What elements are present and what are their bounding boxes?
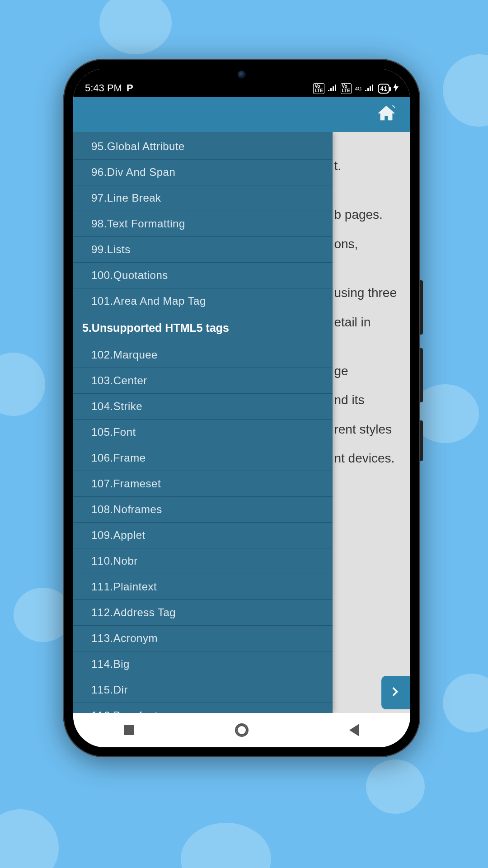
system-nav-bar	[73, 713, 410, 747]
circle-icon	[235, 723, 249, 737]
nav-item[interactable]: 107.Frameset	[73, 471, 333, 497]
article-line: rent styles	[334, 418, 397, 441]
triangle-left-icon	[349, 724, 359, 736]
nav-section-header-label: 5.Unsupported HTML5 tags	[82, 321, 229, 334]
nav-item[interactable]: 103.Center	[73, 368, 333, 394]
nav-item-label: 104.Strike	[91, 400, 142, 412]
bg-bubble	[443, 54, 488, 127]
nav-item-label: 103.Center	[91, 374, 147, 387]
volume-button	[420, 280, 423, 335]
volume-button	[420, 348, 423, 402]
article-line: etail in	[334, 311, 397, 334]
battery-icon: 41	[378, 84, 389, 94]
chevron-right-icon	[389, 685, 403, 700]
nav-item[interactable]: 116.Basefont	[73, 703, 333, 713]
article-line: nd its	[334, 389, 397, 411]
nav-item[interactable]: 97.Line Break	[73, 185, 333, 211]
article-line: b pages.	[334, 203, 397, 226]
nav-item-label: 98.Text Formatting	[91, 217, 185, 230]
bg-bubble	[0, 353, 45, 416]
nav-item-label: 111.Plaintext	[91, 580, 157, 593]
status-time: 5:43 PM	[85, 82, 122, 94]
nav-item-label: 116.Basefont	[91, 709, 158, 713]
nav-item-label: 110.Nobr	[91, 555, 138, 567]
signal-icon	[328, 84, 337, 93]
nav-item-label: 112.Address Tag	[91, 606, 176, 618]
nav-item[interactable]: 99.Lists	[73, 237, 333, 263]
app-bar	[73, 97, 410, 132]
article-background: t. b pages. ons, using three etail in ge…	[334, 155, 397, 476]
signal-icon	[365, 84, 374, 93]
phone-frame: 5:43 PM P VoLTE VoLTE 4G 41	[63, 59, 420, 757]
back-button[interactable]	[346, 722, 362, 738]
screen: 5:43 PM P VoLTE VoLTE 4G 41	[73, 69, 410, 747]
nav-item-label: 109.Applet	[91, 529, 145, 541]
square-icon	[124, 725, 134, 735]
recents-button[interactable]	[121, 722, 137, 738]
nav-item-label: 100.Quotations	[91, 269, 168, 281]
article-line: ons,	[334, 233, 397, 255]
charging-icon	[393, 83, 399, 94]
nav-item[interactable]: 111.Plaintext	[73, 574, 333, 600]
nav-item-label: 115.Dir	[91, 684, 128, 696]
nav-item-label: 105.Font	[91, 426, 136, 438]
nav-item-label: 113.Acronym	[91, 632, 158, 644]
nav-item[interactable]: 115.Dir	[73, 677, 333, 703]
p-icon: P	[127, 82, 133, 94]
nav-item-label: 114.Big	[91, 658, 130, 670]
nav-item[interactable]: 110.Nobr	[73, 548, 333, 574]
nav-item[interactable]: 96.Div And Span	[73, 160, 333, 185]
next-button[interactable]	[381, 676, 410, 709]
nav-item[interactable]: 95.Global Attribute	[73, 134, 333, 160]
content-area: t. b pages. ons, using three etail in ge…	[73, 132, 410, 713]
nav-item-label: 106.Frame	[91, 452, 146, 464]
nav-item[interactable]: 100.Quotations	[73, 263, 333, 288]
nav-item[interactable]: 98.Text Formatting	[73, 211, 333, 237]
nav-drawer[interactable]: 95.Global Attribute 96.Div And Span 97.L…	[73, 132, 333, 713]
article-line: using three	[334, 282, 397, 304]
nav-item-label: 102.Marquee	[91, 349, 158, 361]
nav-item[interactable]: 101.Area And Map Tag	[73, 288, 333, 314]
nav-item-label: 95.Global Attribute	[91, 140, 185, 152]
bg-bubble	[181, 823, 271, 868]
nav-item-label: 96.Div And Span	[91, 166, 175, 178]
nav-item-label: 99.Lists	[91, 243, 131, 255]
nav-item[interactable]: 108.Noframes	[73, 497, 333, 523]
home-icon[interactable]	[376, 103, 397, 126]
article-line: ge	[334, 360, 397, 382]
nav-item-label: 97.Line Break	[91, 192, 161, 204]
front-camera	[238, 71, 246, 79]
nav-item-label: 101.Area And Map Tag	[91, 295, 206, 307]
network-4g: 4G	[355, 86, 362, 91]
article-line: nt devices.	[334, 447, 397, 470]
bg-bubble	[443, 674, 488, 732]
battery-percent: 41	[380, 85, 387, 92]
bg-bubble	[99, 0, 172, 54]
nav-item[interactable]: 105.Font	[73, 420, 333, 445]
nav-section-header: 5.Unsupported HTML5 tags	[73, 314, 333, 342]
power-button	[420, 420, 423, 461]
nav-item[interactable]: 104.Strike	[73, 394, 333, 420]
bg-bubble	[0, 809, 59, 868]
home-button[interactable]	[234, 722, 250, 738]
article-line: t.	[334, 155, 397, 177]
nav-item[interactable]: 102.Marquee	[73, 342, 333, 368]
nav-item[interactable]: 109.Applet	[73, 523, 333, 548]
bg-bubble	[366, 760, 425, 814]
nav-item[interactable]: 113.Acronym	[73, 626, 333, 651]
nav-item[interactable]: 112.Address Tag	[73, 600, 333, 626]
volte-icon: VoLTE	[341, 83, 352, 94]
volte-icon: VoLTE	[313, 83, 324, 94]
nav-item-label: 108.Noframes	[91, 503, 162, 515]
nav-item[interactable]: 106.Frame	[73, 445, 333, 471]
nav-item[interactable]: 114.Big	[73, 651, 333, 677]
nav-item-label: 107.Frameset	[91, 477, 161, 490]
